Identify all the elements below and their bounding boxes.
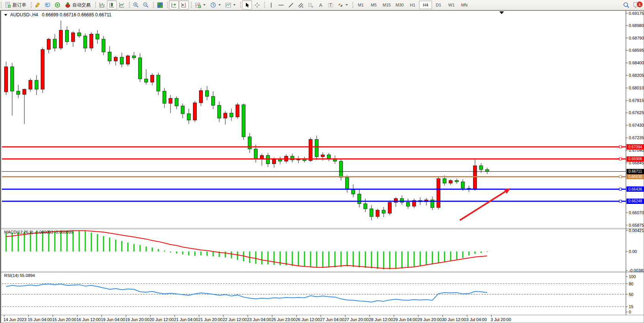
horizontal-lines <box>2 146 626 202</box>
timeframe-m1-button[interactable]: M1 <box>354 1 367 9</box>
zoom-in-button[interactable] <box>131 0 141 10</box>
toolbar-group-scroll <box>166 0 190 10</box>
indicators-button[interactable] <box>193 0 208 10</box>
timeframe-w1-button[interactable]: W1 <box>445 1 458 9</box>
new-order-label: 新订单 <box>13 2 26 8</box>
candle-body <box>175 98 179 106</box>
templates-dropdown-caret <box>233 4 236 6</box>
line-anchor-handle[interactable] <box>619 188 622 190</box>
text-label-button[interactable]: T <box>325 0 335 10</box>
trend-arrow-shaft[interactable] <box>460 192 505 220</box>
svg-text:A: A <box>319 3 322 8</box>
chart-shift-button[interactable] <box>179 0 189 10</box>
chart-collapse-icon[interactable] <box>4 14 7 16</box>
crosshair-button[interactable] <box>252 0 262 10</box>
timeframe-m30-button[interactable]: M30 <box>393 1 406 9</box>
candlestick-chart-button[interactable] <box>107 0 117 10</box>
new-order-button[interactable]: 新订单 <box>3 0 29 10</box>
timeframe-m5-button[interactable]: M5 <box>367 1 380 9</box>
candle-body <box>486 170 489 172</box>
candle-body <box>376 210 379 216</box>
metaeditor-icon <box>35 2 41 8</box>
chart-title: AUDUSD-,H4 0.66699 0.66716 0.66685 0.667… <box>4 12 112 18</box>
time-axis-label: 23 Jun 04:00 <box>247 317 271 322</box>
candle-body <box>236 105 239 117</box>
channel-button[interactable]: E <box>296 0 306 10</box>
equidistant-channel-icon: E <box>298 2 304 8</box>
candle-body <box>5 67 8 92</box>
text-label-icon: T <box>328 2 333 8</box>
candle-body <box>443 178 446 183</box>
candle-body <box>273 159 276 164</box>
cursor-button[interactable] <box>242 0 252 10</box>
candle-body <box>65 30 69 41</box>
signals-button[interactable] <box>53 0 62 10</box>
candle-body <box>41 49 45 89</box>
candle-body <box>400 199 404 202</box>
svg-text:F: F <box>312 6 313 8</box>
toolbar-group-timeframes: M1 M5 M15 M30 H1 H4 D1 W1 MN <box>352 0 472 10</box>
candle-body <box>59 30 63 48</box>
time-axis-label: 15 Jun 04:00 <box>28 317 52 322</box>
candle-body <box>315 139 319 157</box>
candle-body <box>212 96 215 105</box>
trend-arrow-annotation[interactable] <box>460 188 510 220</box>
time-axis-label: 30 Jun 12:00 <box>442 317 466 322</box>
notifications-button[interactable]: 1 <box>633 2 641 8</box>
trendline-button[interactable] <box>286 0 296 10</box>
tile-windows-button[interactable] <box>155 0 165 10</box>
search-icon[interactable] <box>623 2 630 8</box>
horizontal-line-button[interactable] <box>276 0 286 10</box>
rsi-axis-label: 100 <box>629 274 636 279</box>
autotrading-button[interactable]: 自动交易 <box>62 0 93 10</box>
templates-button[interactable] <box>223 0 238 10</box>
bar-chart-button[interactable] <box>97 0 107 10</box>
candle-body <box>352 189 355 194</box>
price-axis-label: 0.68400 <box>629 60 644 65</box>
timeframe-h4-button[interactable]: H4 <box>419 1 432 9</box>
line-chart-button[interactable] <box>117 0 127 10</box>
strategy-tester-button[interactable] <box>43 0 53 10</box>
candle-body <box>132 56 136 58</box>
timeframe-d1-button[interactable]: D1 <box>432 1 445 9</box>
timeframe-m15-button[interactable]: M15 <box>380 1 393 9</box>
time-axis-label: 16 Jun 12:00 <box>77 317 101 322</box>
line-anchor-handle[interactable] <box>619 158 622 160</box>
candle-body <box>309 139 312 161</box>
candle-body <box>394 199 398 202</box>
time-axis-label: 22 Jun 12:00 <box>223 317 247 322</box>
arrows-dropdown-caret <box>346 4 348 6</box>
arrows-icon <box>338 2 343 8</box>
fibonacci-button[interactable]: F <box>306 0 316 10</box>
line-anchor-handle[interactable] <box>619 175 622 178</box>
auto-scroll-button[interactable] <box>169 0 179 10</box>
candle-body <box>163 91 166 103</box>
price-line-badge: 0.66630 <box>626 174 644 179</box>
timeframe-h1-button[interactable]: H1 <box>406 1 419 9</box>
autotrading-icon <box>65 2 71 8</box>
chart-plot: 0.691750.689800.687900.685950.684000.682… <box>1 11 644 323</box>
toolbar-group-objects: E F A T <box>263 0 352 10</box>
indicators-icon <box>195 2 201 8</box>
toolbar-group-trade: 新订单 <box>0 0 30 10</box>
periods-button[interactable] <box>208 0 223 10</box>
chart-shift-marker[interactable] <box>499 11 504 14</box>
metaeditor-button[interactable] <box>33 0 43 10</box>
macd-indicator-label: MACD(12,26,9) -0.000093 -0.000899 <box>4 230 73 234</box>
candle-body <box>437 178 440 207</box>
candlesticks <box>5 21 489 220</box>
candle-body <box>53 39 57 48</box>
text-button[interactable]: A <box>316 0 325 10</box>
timeframe-mn-button[interactable]: MN <box>458 1 471 9</box>
main-toolbar: 新订单 <box>0 0 644 10</box>
cursor-icon <box>244 2 250 8</box>
arrows-button[interactable] <box>335 0 350 10</box>
candle-body <box>108 52 112 61</box>
candle-body <box>139 58 142 79</box>
vertical-line-button[interactable] <box>266 0 276 10</box>
zoom-out-button[interactable] <box>141 0 151 10</box>
candle-body <box>199 91 203 103</box>
line-anchor-handle[interactable] <box>619 146 622 148</box>
price-axis-label: 0.66070 <box>629 210 644 215</box>
line-anchor-handle[interactable] <box>619 200 622 202</box>
